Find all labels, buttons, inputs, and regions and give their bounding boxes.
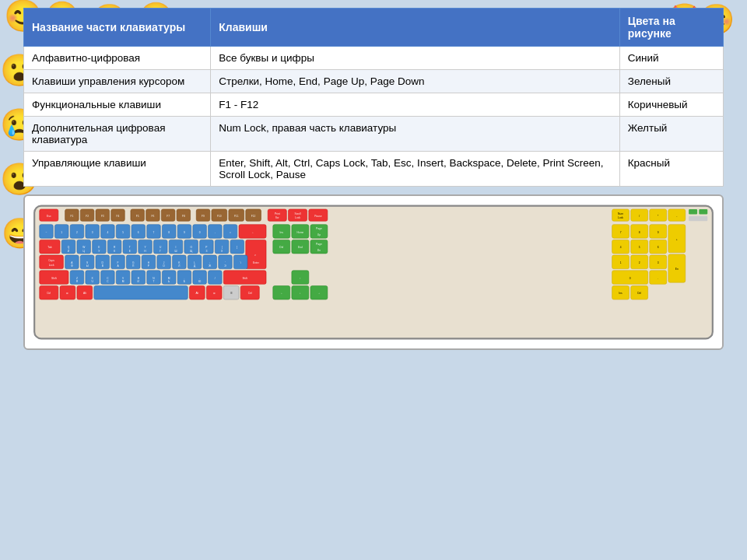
svg-text:Ч: Ч [92,280,93,283]
svg-text:7: 7 [620,231,622,234]
svg-text:Alt: Alt [195,292,198,295]
svg-text:5: 5 [122,231,124,234]
svg-text:Dn: Dn [317,249,321,252]
part-name: Функциональные клавиши [24,93,211,117]
svg-text:F2: F2 [86,215,89,218]
svg-text:F6: F6 [151,215,154,218]
svg-text:→: → [317,292,320,295]
svg-text:О: О [163,264,165,268]
svg-text:F11: F11 [234,215,239,218]
svg-text:8: 8 [168,231,170,234]
part-color: Красный [619,152,723,187]
svg-text:Del: Del [279,246,283,249]
svg-text:Home: Home [296,231,303,234]
svg-text:F10: F10 [217,215,222,218]
svg-text:.: . [658,277,658,280]
part-color: Коричневый [619,93,723,117]
svg-text:9: 9 [184,231,185,234]
svg-text:]: ] [237,246,237,249]
part-keys: Enter, Shift, Alt, Ctrl, Caps Lock, Tab,… [211,152,619,187]
svg-text:Ж: Ж [209,264,211,268]
svg-text:Tab: Tab [47,246,51,249]
svg-text:↵: ↵ [254,254,257,257]
svg-text:З: З [205,250,207,253]
part-keys: F1 - F12 [211,93,619,117]
svg-text:Shift: Shift [242,277,247,280]
svg-text:К: К [114,250,115,253]
svg-text:Page: Page [316,227,322,230]
main-content: Название части клавиатуры Клавиши Цвета … [23,8,724,350]
svg-text:Ш: Ш [174,250,177,253]
svg-text:Т: Т [153,280,154,283]
svg-text:4: 4 [620,246,622,249]
svg-text:Л: Л [178,264,180,268]
svg-text:~: ~ [46,231,47,234]
part-keys: Все буквы и цифры [211,47,619,70]
svg-text:\: \ [240,261,241,264]
svg-rect-45 [699,209,707,215]
svg-text:3: 3 [658,261,659,264]
table-row: Дополнительная цифровая клавиатура Num L… [24,117,724,152]
svg-text:8: 8 [639,231,640,234]
svg-text:Pause: Pause [314,215,321,218]
svg-text:Lock: Lock [618,216,623,219]
svg-text:F3: F3 [101,215,104,218]
svg-text:2: 2 [76,231,78,234]
svg-text:7: 7 [153,231,155,234]
svg-text:Del: Del [637,292,641,295]
svg-text:Lock: Lock [49,264,54,267]
svg-text:F5: F5 [136,215,139,218]
part-keys: Num Lock, правая часть клавиатуры [211,117,619,152]
svg-text:9: 9 [658,231,659,234]
header-color: Цвета на рисунке [619,9,723,47]
svg-text:5: 5 [639,246,640,249]
header-keys: Клавиши [211,9,619,47]
svg-text:Ctrl: Ctrl [248,292,252,295]
svg-text:Ins: Ins [619,292,622,295]
keyboard-image: Esc F1 F2 F3 F4 F5 F6 F7 F8 F9 F10 F11 [23,194,724,350]
svg-text:Esc: Esc [47,215,51,218]
svg-text:1: 1 [620,261,622,264]
part-name: Алфавитно-цифровая [24,47,211,70]
svg-text:+: + [676,238,678,241]
svg-text:F4: F4 [117,215,120,218]
svg-text:0: 0 [199,231,201,234]
svg-text:←: ← [280,292,282,295]
svg-text:Щ: Щ [190,250,192,253]
svg-text:Num: Num [618,212,623,215]
svg-text:Ь: Ь [168,280,170,283]
table-row: Клавиши управления курсором Стрелки, Hom… [24,70,724,93]
keyboard-parts-table: Название части клавиатуры Клавиши Цвета … [23,8,724,187]
svg-text:Up: Up [317,233,321,236]
svg-text:F1: F1 [70,215,73,218]
svg-text:Ы: Ы [86,264,89,268]
svg-rect-44 [689,209,697,215]
svg-text:Scroll: Scroll [294,212,300,215]
svg-text:М: М [122,280,124,283]
part-name: Клавиши управления курсором [24,70,211,93]
svg-text:End: End [298,246,303,249]
svg-text:6: 6 [658,246,659,249]
svg-text:3: 3 [92,231,93,234]
part-name: Управляющие клавиши [24,152,211,187]
svg-text:Caps: Caps [48,259,54,262]
part-color: Синий [619,47,723,70]
svg-text:/: / [215,277,216,280]
svg-text:6: 6 [138,231,139,234]
svg-text:0: 0 [630,277,631,280]
part-keys: Стрелки, Home, End, Page Up, Page Down [211,70,619,93]
svg-text:Alt: Alt [83,292,86,295]
svg-text:En: En [675,268,679,271]
svg-rect-203 [94,286,188,300]
svg-text:F12: F12 [251,215,256,218]
svg-text:=: = [230,231,231,234]
part-color: Зеленый [619,70,723,93]
part-color: Желтый [619,117,723,152]
svg-text:2: 2 [639,261,640,264]
svg-text:В: В [102,264,103,268]
svg-text:/: / [639,215,640,218]
svg-text:Page: Page [316,243,322,246]
table-row: Управляющие клавиши Enter, Shift, Alt, C… [24,152,724,187]
table-row: Алфавитно-цифровая Все буквы и цифры Син… [24,47,724,70]
svg-text:⊞: ⊞ [66,292,68,295]
